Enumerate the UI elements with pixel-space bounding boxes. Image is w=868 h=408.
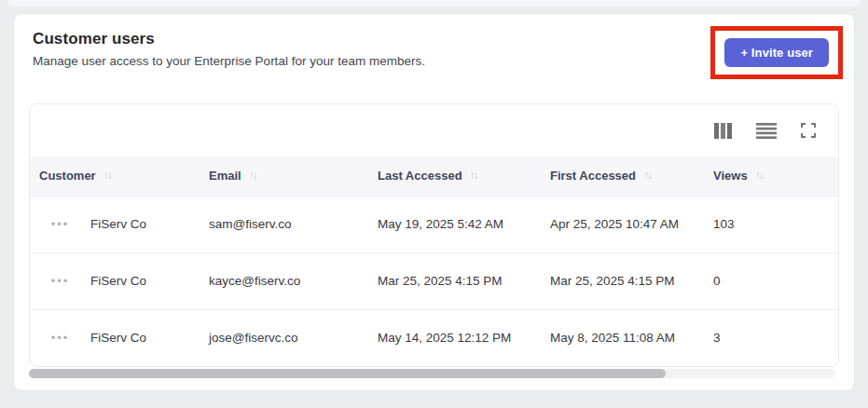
table-header-row: Customer↑↓ Email↑↓ Last Accessed↑↓ First… — [30, 156, 838, 196]
customer-users-table: Customer↑↓ Email↑↓ Last Accessed↑↓ First… — [30, 156, 838, 366]
view-columns-icon — [714, 123, 732, 139]
table-row: ••• FiServ Co sam@fiserv.co May 19, 2025… — [30, 196, 838, 252]
customer-cell: FiServ Co — [90, 252, 209, 309]
column-header-label: Email — [209, 169, 241, 183]
column-header-email[interactable]: Email↑↓ — [209, 156, 378, 196]
horizontal-scrollbar-thumb[interactable] — [29, 369, 666, 378]
invite-annotation-highlight-box: + Invite user — [710, 26, 843, 79]
row-actions-cell: ••• — [30, 309, 90, 366]
first-accessed-cell: May 8, 2025 11:08 AM — [550, 309, 713, 366]
email-cell: sam@fiserv.co — [209, 196, 378, 252]
email-cell: jose@fiservc.co — [209, 309, 378, 366]
page-subtitle: Manage user access to your Enterprise Po… — [33, 54, 425, 68]
table-row: ••• FiServ Co jose@fiservc.co May 14, 20… — [30, 309, 838, 366]
first-accessed-cell: Mar 25, 2025 4:15 PM — [550, 252, 713, 309]
row-actions-cell: ••• — [30, 196, 90, 252]
row-density-icon — [756, 123, 777, 139]
column-header-label: First Accessed — [550, 169, 636, 183]
table-toolbar — [30, 104, 838, 156]
email-cell: kayce@fiserv.co — [209, 252, 378, 309]
table-container: Customer↑↓ Email↑↓ Last Accessed↑↓ First… — [29, 103, 839, 367]
column-header-customer[interactable]: Customer↑↓ — [30, 156, 209, 196]
sort-icon[interactable]: ↑↓ — [249, 169, 256, 182]
top-partial-card — [7, 0, 861, 7]
row-actions-ellipsis-icon[interactable]: ••• — [51, 218, 70, 230]
page-title: Customer users — [33, 30, 425, 48]
column-header-last-accessed[interactable]: Last Accessed↑↓ — [378, 156, 550, 196]
column-header-first-accessed[interactable]: First Accessed↑↓ — [550, 156, 713, 196]
column-header-label: Customer — [39, 169, 96, 183]
last-accessed-cell: May 19, 2025 5:42 AM — [378, 196, 550, 252]
invite-user-button[interactable]: + Invite user — [724, 38, 829, 67]
customer-users-card: Customer users Manage user access to you… — [13, 13, 855, 391]
sort-icon[interactable]: ↑↓ — [470, 169, 477, 182]
column-header-label: Views — [713, 169, 748, 183]
horizontal-scrollbar[interactable] — [29, 369, 835, 378]
last-accessed-cell: Mar 25, 2025 4:15 PM — [378, 252, 550, 309]
title-block: Customer users Manage user access to you… — [33, 30, 425, 68]
last-accessed-cell: May 14, 2025 12:12 PM — [378, 309, 550, 366]
customer-cell: FiServ Co — [90, 196, 209, 252]
sort-icon[interactable]: ↑↓ — [103, 169, 111, 182]
row-actions-ellipsis-icon[interactable]: ••• — [51, 275, 70, 287]
customer-cell: FiServ Co — [90, 309, 209, 366]
sort-icon[interactable]: ↑↓ — [755, 169, 763, 182]
fullscreen-button[interactable] — [799, 121, 818, 140]
first-accessed-cell: Apr 25, 2025 10:47 AM — [550, 196, 713, 252]
card-header: Customer users Manage user access to you… — [14, 14, 854, 79]
row-actions-cell: ••• — [30, 252, 90, 309]
column-header-views[interactable]: Views↑↓ — [713, 156, 838, 196]
row-actions-ellipsis-icon[interactable]: ••• — [51, 332, 70, 344]
views-cell: 103 — [713, 196, 838, 252]
sort-icon[interactable]: ↑↓ — [643, 169, 651, 182]
views-cell: 3 — [713, 309, 838, 366]
column-header-label: Last Accessed — [378, 169, 462, 183]
views-cell: 0 — [713, 252, 838, 309]
fullscreen-icon — [801, 123, 816, 138]
row-density-button[interactable] — [754, 121, 778, 141]
view-columns-button[interactable] — [712, 121, 734, 141]
table-row: ••• FiServ Co kayce@fiserv.co Mar 25, 20… — [30, 252, 838, 309]
